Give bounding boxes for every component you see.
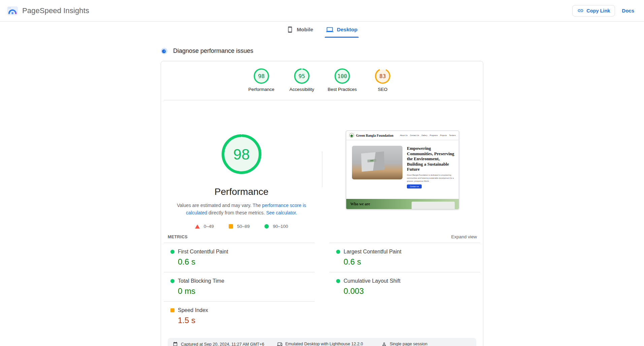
site-contact-button: Contact us	[407, 184, 422, 188]
accessibility-gauge: 95	[294, 68, 310, 84]
site-nav-item: Programs	[430, 134, 438, 136]
device-tabbar: Mobile Desktop	[0, 22, 644, 38]
best-practices-gauge: 100	[334, 68, 350, 84]
metric-speed-index: Speed Index 1.5 s	[164, 301, 315, 331]
site-section-card	[412, 202, 455, 209]
legend-pass: 90–100	[264, 224, 288, 229]
metric-empty-cell	[329, 301, 480, 331]
site-logo-icon	[349, 133, 354, 138]
performance-gauge: 98	[253, 68, 269, 84]
legend-range: 50–89	[237, 224, 250, 229]
site-nav-item: Contact Us	[410, 134, 419, 136]
fail-triangle-icon	[195, 224, 200, 229]
metric-status-icon	[170, 279, 174, 283]
site-nav-item: Tenders	[449, 134, 456, 136]
link-icon	[577, 7, 584, 14]
metric-value: 0 ms	[178, 286, 309, 296]
metric-value: 0.003	[344, 286, 475, 296]
diagnose-section-header: Diagnose performance issues	[161, 47, 483, 55]
svg-text:98: 98	[258, 73, 264, 79]
pagespeed-insights-page: PageSpeed Insights Copy Link Docs Mobile…	[0, 0, 644, 346]
metric-cumulative-layout-shift: Cumulative Layout Shift 0.003	[329, 272, 480, 301]
legend-range: 0–49	[204, 224, 214, 229]
tab-desktop[interactable]: Desktop	[321, 22, 362, 38]
vertical-divider	[322, 151, 322, 187]
page-screenshot-thumbnail[interactable]: Green Bangla Foundation About Us Contact…	[346, 131, 459, 209]
tab-mobile[interactable]: Mobile	[282, 22, 318, 38]
seo-gauge: 83	[375, 68, 391, 84]
capture-info-bar: Captured at Sep 20, 2024, 11:27 AM GMT+6…	[168, 338, 476, 346]
performance-disclaimer: Values are estimated and may vary. The p…	[167, 202, 316, 216]
site-nav-item: About Us	[400, 134, 408, 136]
legend-average: 50–89	[229, 224, 250, 229]
svg-text:98: 98	[233, 146, 250, 163]
svg-text:100: 100	[337, 73, 347, 79]
tab-desktop-label: Desktop	[337, 27, 357, 33]
metric-largest-contentful-paint: Largest Contentful Paint 0.6 s	[329, 243, 480, 272]
metric-value: 0.6 s	[178, 257, 309, 267]
site-brand: Green Bangla Foundation	[356, 134, 393, 137]
copy-link-label: Copy Link	[586, 8, 610, 13]
thumbnail-site-header: Green Bangla Foundation About Us Contact…	[346, 131, 459, 140]
metric-status-icon	[170, 308, 174, 312]
capture-emulation-link[interactable]: Emulated Desktop with Lighthouse 12.2.0	[285, 342, 363, 346]
category-performance[interactable]: 98 Performance	[241, 68, 282, 92]
legend-fail: 0–49	[195, 224, 214, 229]
metric-status-icon	[336, 250, 340, 254]
app-bar: PageSpeed Insights Copy Link Docs	[0, 0, 644, 22]
site-nav: About Us Contact Us Gallery Programs Pro…	[400, 134, 456, 136]
site-hero-image	[352, 146, 402, 179]
legend-range: 90–100	[273, 224, 288, 229]
svg-text:95: 95	[298, 73, 305, 79]
metric-name: Largest Contentful Paint	[344, 249, 401, 255]
docs-link[interactable]: Docs	[622, 8, 634, 13]
category-scores-row: 98 Performance 95 Accessibility	[161, 61, 483, 92]
copy-link-button[interactable]: Copy Link	[572, 5, 615, 16]
app-title: PageSpeed Insights	[22, 6, 89, 15]
metrics-heading: METRICS	[168, 235, 188, 239]
average-square-icon	[229, 224, 233, 229]
metric-total-blocking-time: Total Blocking Time 0 ms	[164, 272, 315, 301]
category-seo[interactable]: 83 SEO	[362, 68, 403, 92]
capture-text: Captured at Sep 20, 2024, 11:27 AM GMT+6	[181, 342, 264, 346]
metric-status-icon	[170, 250, 174, 254]
site-section-title: Who we are	[350, 202, 370, 206]
pass-circle-icon	[264, 224, 269, 229]
category-label: Accessibility	[289, 87, 314, 92]
devices-icon	[277, 342, 282, 346]
metric-name: Cumulative Layout Shift	[344, 278, 400, 284]
site-headline: Empowering Communities, Preserving the E…	[407, 146, 454, 172]
performance-summary: 98 Performance Values are estimated and …	[161, 100, 483, 229]
metrics-section: METRICS Expand view First Contentful Pai…	[161, 229, 483, 331]
metric-first-contentful-paint: First Contentful Paint 0.6 s	[164, 243, 315, 272]
disclaimer-text: Values are estimated and may vary. The	[177, 203, 262, 208]
score-legend: 0–49 50–89 90–100	[195, 224, 288, 229]
category-best-practices[interactable]: 100 Best Practices	[322, 68, 362, 92]
metric-value: 0.6 s	[344, 257, 475, 267]
category-label: SEO	[378, 87, 388, 92]
category-label: Best Practices	[328, 87, 357, 92]
metric-name: Total Blocking Time	[178, 278, 224, 284]
see-calculator-link[interactable]: See calculator.	[266, 210, 297, 215]
disclaimer-text: directly from these metrics.	[207, 210, 266, 215]
capture-session: Single page session	[382, 342, 471, 346]
metric-value: 1.5 s	[178, 316, 309, 325]
laptop-icon	[326, 26, 333, 33]
capture-date: Captured at Sep 20, 2024, 11:27 AM GMT+6	[173, 342, 277, 346]
diagnose-title: Diagnose performance issues	[173, 47, 253, 55]
person-icon	[382, 342, 387, 346]
smartphone-icon	[287, 26, 293, 33]
metric-status-icon	[336, 279, 340, 283]
site-who-we-are-band: Who we are	[346, 199, 459, 209]
svg-text:83: 83	[379, 73, 386, 79]
category-accessibility[interactable]: 95 Accessibility	[282, 68, 322, 92]
calendar-icon	[173, 342, 178, 346]
metric-name: First Contentful Paint	[178, 249, 228, 255]
report-card: 98 Performance 95 Accessibility	[161, 61, 483, 346]
expand-view-toggle[interactable]: Expand view	[451, 234, 477, 239]
capture-session-link[interactable]: Single page session	[390, 342, 427, 346]
category-label: Performance	[248, 87, 274, 92]
metric-name: Speed Index	[178, 307, 208, 313]
tab-mobile-label: Mobile	[297, 27, 313, 33]
performance-title: Performance	[215, 186, 268, 197]
